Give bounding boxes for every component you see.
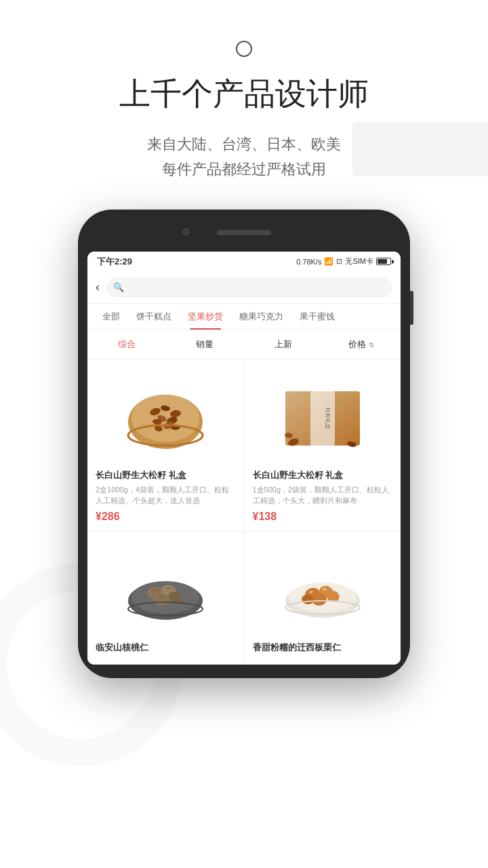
subtitle-line2: 每件产品都经过严格试用	[0, 157, 488, 182]
back-button[interactable]: ‹	[96, 280, 100, 294]
search-bar: ‹ 🔍	[87, 272, 401, 304]
product-price-1: ¥286	[96, 511, 236, 523]
price-sort-arrow: ⇅	[369, 341, 374, 349]
sort-tab-comprehensive[interactable]: 综合	[87, 336, 166, 353]
phone-top	[87, 223, 401, 243]
signal-icon: ⊡	[336, 257, 342, 266]
product-name-2: 长白山野生大松籽 礼盒	[253, 469, 393, 481]
page: 上千个产品设计师 来自大陆、台湾、日本、欧美 每件产品都经过严格试用 下午2:2…	[0, 0, 488, 868]
category-tab-biscuit[interactable]: 饼干糕点	[128, 304, 180, 330]
category-tab-all[interactable]: 全部	[94, 304, 128, 330]
product-card-2[interactable]: 松籽礼盒 长白山野生大松籽 礼盒 1盒500g，2袋装，颗颗人工开口、粒粒人工精…	[245, 359, 401, 531]
product-img-4	[253, 540, 393, 635]
pine-nuts-svg	[125, 374, 206, 456]
category-tab-candy[interactable]: 糖果巧克力	[231, 304, 291, 330]
sort-tab-price[interactable]: 价格 ⇅	[323, 336, 401, 353]
phone-camera	[182, 229, 189, 235]
category-tab-dried-fruit[interactable]: 果干蜜饯	[291, 304, 343, 330]
phone-wrapper: 下午2:29 0.78K/s 📶 ⊡ 无SIM卡 ‹	[0, 210, 488, 678]
sort-tab-new[interactable]: 上新	[244, 336, 323, 353]
subtitle: 来自大陆、台湾、日本、欧美 每件产品都经过严格试用	[0, 132, 488, 182]
sim-text: 无SIM卡	[345, 256, 373, 267]
product-img-1	[96, 368, 236, 462]
product-card-4[interactable]: 香甜粉糯的迁西板栗仁	[245, 532, 401, 665]
walnut-svg	[125, 553, 206, 621]
sort-tab-sales[interactable]: 销量	[166, 336, 245, 353]
product-grid: 长白山野生大松籽 礼盒 2盒1000g，4袋装，颗颗人工开口、粒粒人工精选、个头…	[87, 359, 401, 665]
phone-screen: 下午2:29 0.78K/s 📶 ⊡ 无SIM卡 ‹	[87, 252, 401, 665]
product-name-4: 香甜粉糯的迁西板栗仁	[253, 642, 393, 654]
battery-icon	[376, 258, 391, 265]
product-desc-1: 2盒1000g，4袋装，颗颗人工开口、粒粒人工精选、个头超大，送人首选	[96, 484, 236, 507]
wifi-icon: 📶	[324, 257, 333, 266]
product-name-3: 临安山核桃仁	[96, 642, 236, 654]
product-card-3[interactable]: 临安山核桃仁	[87, 532, 244, 665]
main-title: 上千个产品设计师	[0, 73, 488, 115]
search-input-box[interactable]: 🔍	[106, 277, 392, 298]
product-img-3	[96, 540, 236, 635]
network-speed: 0.78K/s	[296, 258, 321, 266]
search-icon: 🔍	[113, 282, 124, 292]
category-tab-nuts[interactable]: 坚果炒货	[180, 304, 231, 330]
product-price-2: ¥138	[253, 511, 393, 523]
phone-speaker	[217, 230, 271, 235]
status-bar: 下午2:29 0.78K/s 📶 ⊡ 无SIM卡	[87, 252, 401, 272]
top-section: 上千个产品设计师 来自大陆、台湾、日本、欧美 每件产品都经过严格试用	[0, 0, 488, 203]
gift-box-svg: 松籽礼盒	[279, 378, 367, 452]
status-time: 下午2:29	[97, 256, 132, 268]
phone-frame: 下午2:29 0.78K/s 📶 ⊡ 无SIM卡 ‹	[78, 210, 410, 678]
category-tabs: 全部 饼干糕点 坚果炒货 糖果巧克力 果干蜜饯	[87, 304, 401, 330]
product-img-2: 松籽礼盒	[253, 368, 393, 462]
status-right: 0.78K/s 📶 ⊡ 无SIM卡	[296, 256, 391, 267]
sort-tabs: 综合 销量 上新 价格 ⇅	[87, 330, 401, 359]
product-desc-2: 1盒500g，2袋装，颗颗人工开口、粒粒人工精选，个头大，赠剥片和麻布	[253, 484, 393, 507]
subtitle-line1: 来自大陆、台湾、日本、欧美	[0, 132, 488, 157]
phone-side-button	[410, 291, 413, 325]
svg-text:松籽礼盒: 松籽礼盒	[325, 408, 331, 429]
product-card-1[interactable]: 长白山野生大松籽 礼盒 2盒1000g，4袋装，颗颗人工开口、粒粒人工精选、个头…	[87, 359, 244, 531]
product-name-1: 长白山野生大松籽 礼盒	[96, 469, 236, 481]
circle-icon	[236, 41, 252, 57]
chestnut-svg	[282, 553, 363, 621]
